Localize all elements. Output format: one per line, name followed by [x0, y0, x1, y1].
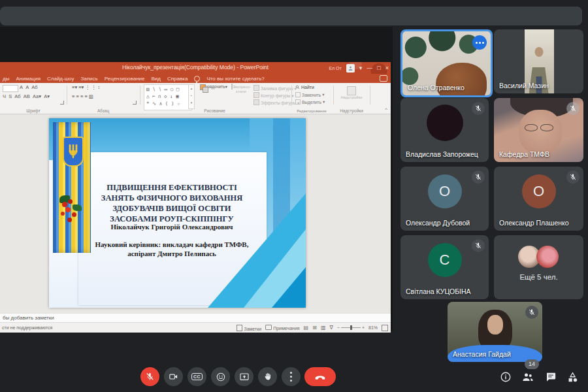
stacked-avatars [518, 246, 560, 268]
camera-icon [169, 372, 178, 382]
replace-button[interactable]: Заменить▾ [295, 92, 324, 97]
participant-tile-zaporozhec[interactable]: Владислав Запорожец [400, 98, 489, 162]
captions-icon: CC [191, 373, 203, 380]
participant-tile-kucobina[interactable]: С Світлана КУЦОБІНА [400, 235, 489, 299]
group-label-addins: Надстройки [335, 108, 368, 113]
mic-off-icon [145, 372, 155, 382]
font-grow-shrink-buttons[interactable]: А А Аб [20, 84, 38, 90]
notification-banner [0, 7, 582, 25]
present-screen-button[interactable] [235, 367, 253, 386]
shapes-gallery-scroll[interactable]: ▴ ▪ ▾ [188, 84, 195, 109]
ribbon-tabs: ды Анимация Слайд-шоу Запись Рецензирова… [0, 74, 391, 83]
chat-panel-button[interactable] [543, 369, 559, 385]
find-button[interactable]: Найти [295, 85, 314, 90]
participant-tile-mazin[interactable]: Василий Мазин [494, 29, 583, 93]
more-participants-tile[interactable]: Ещё 5 чел. [494, 235, 583, 299]
tab-animation[interactable]: Анимация [16, 76, 41, 82]
zoom-level[interactable]: 81% [368, 325, 378, 330]
addins-icon[interactable] [347, 86, 356, 95]
mic-off-icon [525, 306, 538, 319]
mic-toggle-button[interactable] [140, 367, 159, 386]
account-avatar[interactable] [346, 64, 355, 73]
tab-view[interactable]: Вид [152, 76, 161, 82]
slide-sorter-view-button[interactable]: ⊞ [312, 325, 317, 331]
avatar-letter: О [428, 174, 462, 208]
participant-tile-olena[interactable]: Олена Отравенко [400, 29, 493, 97]
screen-share-region: Ніколайчук_презентація(Compatibility Mod… [0, 27, 393, 331]
mic-off-icon [472, 102, 485, 115]
tab-record[interactable]: Запись [80, 76, 97, 82]
people-icon [521, 370, 534, 384]
notes-pane[interactable]: бы добавить заметки [0, 313, 391, 322]
group-label-paragraph: Абзац [68, 108, 139, 113]
activities-button[interactable] [564, 369, 580, 385]
paragraph-dialog-launcher[interactable] [133, 101, 137, 105]
camera-toggle-button[interactable] [164, 367, 183, 386]
mic-off-icon [566, 102, 580, 115]
tab-slideshow[interactable]: Слайд-шоу [47, 76, 74, 82]
smiley-icon [216, 372, 226, 382]
self-view-tile[interactable]: Анастасия Гайдай [448, 302, 542, 362]
font-size-combo[interactable] [3, 85, 18, 92]
status-bar: сти не поддерживаются Заметки Примечания… [0, 322, 391, 333]
tab-help[interactable]: Справка [167, 76, 188, 82]
chat-icon [545, 371, 557, 383]
restore-button[interactable]: □ [377, 65, 380, 71]
avatar-letter: С [428, 243, 462, 277]
tile-options-button[interactable] [472, 35, 487, 50]
video-feed-detail [534, 47, 543, 57]
font-dialog-launcher[interactable] [60, 101, 64, 105]
meeting-details-button[interactable] [498, 369, 514, 385]
addins-button[interactable]: Надстройки [335, 95, 368, 99]
arrange-button[interactable]: Упорядочить▾ [197, 84, 230, 90]
quick-styles-button[interactable]: Экспресс-стили [231, 84, 251, 93]
present-screen-icon [239, 372, 250, 382]
captions-button[interactable]: CC [188, 367, 206, 386]
select-button[interactable]: Выделить▾ [295, 99, 325, 105]
trident-icon [67, 143, 79, 160]
end-call-button[interactable] [304, 367, 336, 386]
paragraph-align-buttons[interactable]: ≡ ≡ ≡ ≡ ▥ [72, 93, 93, 99]
video-feed-detail [436, 63, 487, 97]
participant-name: Анастасия Гайдай [453, 350, 511, 358]
comments-icon[interactable] [380, 75, 387, 82]
fit-slide-button[interactable] [382, 325, 388, 331]
raise-hand-button[interactable] [258, 367, 277, 386]
shape-outline-button[interactable]: Контур фигуры ▾ [253, 92, 294, 99]
close-button[interactable]: × [385, 65, 389, 71]
shape-effects-button[interactable]: Эффекты фигуры ▾ [253, 99, 299, 106]
tab-transitions-partial[interactable]: ды [3, 76, 9, 82]
participant-tile-kafedra[interactable]: Кафедра ТМФВ [494, 98, 583, 162]
zoom-slider[interactable]: − + [337, 325, 365, 330]
avatar [536, 246, 559, 268]
collapse-ribbon-button[interactable]: ^ [385, 106, 387, 112]
video-feed-detail [519, 110, 562, 154]
participant-tile-dubovoy[interactable]: О Олександр Дубовой [400, 167, 489, 231]
group-label-editing: Редактирование [291, 109, 332, 113]
info-icon [500, 371, 512, 383]
reactions-button[interactable] [211, 367, 230, 386]
notes-toggle-button[interactable]: Заметки [237, 325, 261, 331]
comments-toggle-button[interactable]: Примечания [265, 325, 299, 331]
raise-hand-icon [263, 372, 272, 382]
ribbon-display-options-button[interactable]: ▾ [359, 65, 363, 71]
font-style-buttons[interactable]: Ч S Аб АВ Аа▾ А▾ [3, 93, 50, 99]
participant-name: Олена Отравенко [408, 84, 465, 91]
reading-view-button[interactable]: ▥ [321, 325, 326, 331]
group-label-drawing: Рисование [141, 108, 288, 113]
shapes-gallery[interactable]: ▤ ∖ ∖ ▭ ○ □△ ⌐ ∩ ◇ ↓ ▣* ∿ ∧ ( ) ☆ [144, 84, 192, 110]
participant-tile-plashenko[interactable]: О Олександр Плашенко [494, 167, 583, 231]
minimize-button[interactable]: — [367, 65, 372, 71]
participants-panel-button[interactable] [520, 369, 536, 385]
notes-placeholder: бы добавить заметки [3, 315, 54, 321]
shape-fill-button[interactable]: Заливка фигуры ▾ [253, 85, 297, 91]
mic-off-icon [472, 171, 485, 184]
tab-review[interactable]: Рецензирование [105, 76, 145, 82]
more-options-button[interactable] [282, 367, 301, 386]
mic-off-icon [566, 171, 580, 184]
normal-view-button[interactable]: ▤ [304, 325, 309, 331]
tellme-box[interactable]: Что вы хотите сделать? [206, 76, 264, 82]
slideshow-button[interactable]: ∇ [329, 325, 333, 331]
paragraph-list-buttons[interactable]: ≡▾ ≡▾ ⋮ ⋮ ↕ [72, 84, 100, 90]
zoom-slider-thumb[interactable] [350, 325, 352, 330]
